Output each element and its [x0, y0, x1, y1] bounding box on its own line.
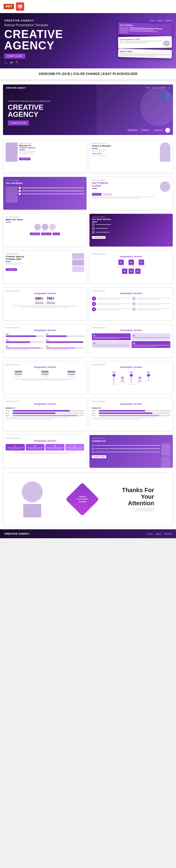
stat2-num: 760+	[46, 297, 55, 301]
hero-banner: CREATIVE AGENCY Home About Portfolio Sta…	[0, 13, 176, 68]
footer-link-home[interactable]: Home	[147, 533, 153, 535]
slide-team: CREATIVE AGENCY Meet Our Team	[3, 214, 87, 247]
hero-icon-location: 📍	[15, 61, 19, 64]
ppt-label: PPT	[4, 4, 14, 9]
slide-grid-row8: CREATIVE AGENCY Infographic Section Stat…	[3, 396, 173, 433]
slide-infographic5: CREATIVE AGENCY Infographic Section 01 0…	[89, 324, 173, 358]
slide-service: CREATIVE AGENCY Our Best Service	[89, 214, 173, 247]
footer: CREATIVE AGENCY Home About Portfolio	[0, 529, 176, 538]
hero-brand: CREATIVE AGENCY	[4, 19, 34, 22]
infographic-title1: Infographic Section	[92, 255, 170, 258]
welcome-title: Welcome To	[19, 145, 35, 147]
slide-timeline: CREATIVE AGENCY Infographic Section 2021…	[89, 361, 173, 394]
svg-rect-1	[20, 8, 20, 9]
slide-grid-row5: CREATIVE AGENCY Infographic Section 680+…	[3, 285, 173, 322]
stat1-num: 680+	[35, 297, 44, 301]
float-slide-projects: Our Projects in 2023	[118, 36, 172, 49]
stat2-label: Happy Clients	[46, 301, 55, 302]
slide-grid-row9: CREATIVE AGENCY Infographic Section 01 0…	[3, 433, 173, 470]
hero-icon-mail: ✉	[10, 61, 12, 64]
large-start-btn[interactable]: START SLIDE	[8, 120, 29, 125]
nav-pill-agency: AGENCY	[140, 129, 151, 132]
footer-link-portfolio[interactable]: Portfolio	[164, 533, 172, 535]
slide-contact: CREATIVE AGENCY Contact us	[89, 435, 173, 468]
svg-rect-3	[19, 6, 20, 7]
slide-grid-row6: CREATIVE AGENCY Infographic Section 80% …	[3, 322, 173, 359]
slide-statistics2: CREATIVE AGENCY Infographic Section Stat…	[89, 398, 173, 431]
slide-vision: CREATIVE AGENCY Vision & Mission Vision …	[89, 140, 173, 173]
slide-grid-row1: CREATIVE AGENCY Welcome To Creative Agen…	[3, 138, 173, 175]
projects-title: Our Projectsin 2023	[92, 181, 108, 187]
nav-pill-startup: STARTUP	[152, 129, 164, 132]
slide-infographic2: CREATIVE AGENCY Infographic Section 680+…	[3, 287, 87, 320]
presentation-icon	[16, 2, 24, 11]
thanks-line1: Thanks For	[122, 487, 154, 493]
info-bar: 1920X1080 PX (16:9) | COLOR CHANGE | EAS…	[0, 68, 176, 80]
hero-icon-phone: 📞	[4, 61, 8, 64]
slide-grid-row2: CREATIVE AGENCY Our Facilities	[3, 175, 173, 212]
hero-start-btn[interactable]: START SLIDE	[4, 54, 25, 59]
slide-facilities: CREATIVE AGENCY Our Facilities	[3, 177, 87, 210]
slide-grid-row3: CREATIVE AGENCY Meet Our Team	[3, 212, 173, 249]
contact-btn[interactable]: CONTACT NOW	[92, 455, 106, 458]
large-slide-nav: CREATIVE AGENCY STARTUP ›	[126, 128, 170, 133]
stat1-label: Projects Done	[35, 301, 44, 302]
nav-arrow[interactable]: ›	[165, 128, 170, 133]
hero-title: CREATIVE AGENCY	[4, 29, 115, 51]
float-slide-facilities: Our Facilities	[118, 22, 172, 36]
main-preview-section: CREATIVE AGENCY Home About Portfolio ☰ S…	[0, 82, 176, 529]
float-slide-agency: Agency 2024	[118, 49, 172, 59]
service-title: Our Best Service	[92, 218, 170, 221]
footer-links: Home About Portfolio	[147, 533, 172, 535]
welcome-title-accent: Creative Agency	[19, 147, 35, 149]
slide-infographic1: CREATIVE AGENCY Infographic Section 01 0…	[89, 250, 173, 284]
thanks-line3: Attention	[122, 500, 154, 506]
file-type-badge: PPT	[0, 0, 176, 13]
nav-home: Home	[150, 20, 154, 22]
team-title: Meet Our Team	[6, 218, 84, 221]
infographic-title2: Infographic Section	[6, 292, 84, 295]
slide-portfolio-2024: CREATIVE AGENCY Creative AgencyPortfolio…	[3, 250, 87, 284]
thanks-line2: Your	[122, 493, 154, 500]
facilities-title: Our Facilities	[6, 182, 84, 185]
slide-infographic3: CREATIVE AGENCY Infographic Section 01 0…	[89, 287, 173, 320]
slide-welcome: CREATIVE AGENCY Welcome To Creative Agen…	[3, 140, 87, 173]
footer-link-about[interactable]: About	[156, 533, 161, 535]
slide-infographic6: CREATIVE AGENCY Infographic Section 1500…	[3, 361, 87, 394]
slide-thanks: Startup Presentation Template Thanks For…	[3, 472, 173, 526]
contact-title: Contact us	[92, 439, 170, 442]
large-title-slide: CREATIVE AGENCY Home About Portfolio ☰ S…	[3, 85, 173, 135]
slide-grid-row4: CREATIVE AGENCY Creative AgencyPortfolio…	[3, 249, 173, 285]
slide-projects: CREATIVE AGENCY Our Projectsin 2023 Proj…	[89, 177, 173, 210]
slide-infographic7: CREATIVE AGENCY Infographic Section 01 0…	[3, 435, 87, 468]
nav-about: About	[157, 20, 162, 22]
slide-grid-row7: CREATIVE AGENCY Infographic Section 1500…	[3, 359, 173, 396]
vision-title: Vision & Mission	[92, 145, 111, 147]
slide-statistics1: CREATIVE AGENCY Infographic Section Stat…	[3, 398, 87, 431]
nav-pill-creative: CREATIVE	[126, 129, 139, 132]
hero-nav: CREATIVE AGENCY Home About Portfolio	[4, 19, 172, 22]
nav-portfolio: Portfolio	[165, 20, 172, 22]
footer-brand: CREATIVE AGENCY	[4, 532, 30, 535]
slide-infographic4: CREATIVE AGENCY Infographic Section 80% …	[3, 324, 87, 358]
hero-subtitle: Startup Presentation Template	[4, 23, 115, 27]
